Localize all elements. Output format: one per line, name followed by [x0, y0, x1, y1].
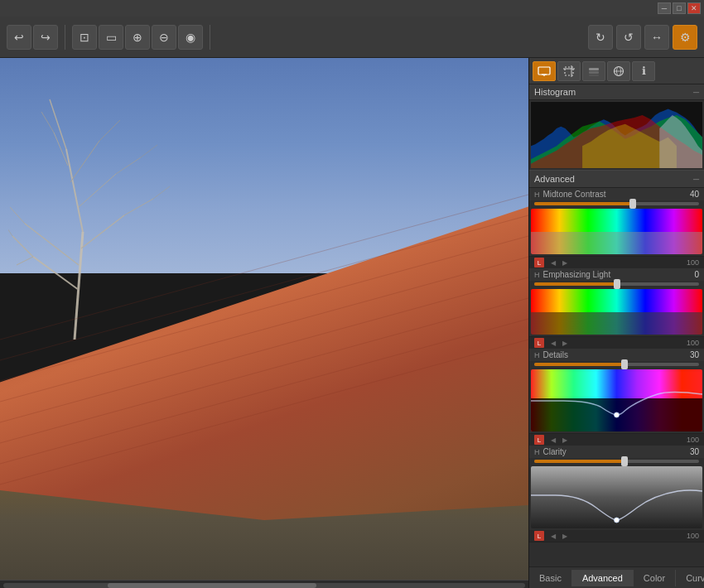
monitor-panel-button[interactable]: [533, 61, 556, 81]
roof-lines: [0, 58, 528, 580]
undo-button[interactable]: ↩: [7, 25, 31, 50]
clarity-section: L ◀ ▶ 100 H Clarity 30: [529, 434, 704, 542]
midtone-contrast-track[interactable]: [534, 202, 699, 205]
emphasizing-arrow-right[interactable]: ▶: [562, 259, 567, 267]
svg-line-22: [0, 257, 528, 402]
crop-tool-button[interactable]: ⊡: [72, 25, 97, 50]
midtone-contrast-fill: [534, 202, 633, 205]
advanced-section-header: Advanced ─: [529, 170, 704, 188]
clarity-bottom-arrow-right[interactable]: ▶: [562, 533, 567, 540]
svg-rect-34: [589, 71, 599, 74]
emphasizing-light-section: L ◀ ▶ 100 H Emphasizing Light 0: [529, 257, 704, 337]
details-header: H Details 30: [529, 349, 704, 361]
clarity-value: 30: [690, 447, 699, 456]
details-thumb[interactable]: [621, 359, 628, 369]
tab-color[interactable]: Color: [634, 570, 676, 586]
canvas-area[interactable]: [0, 58, 528, 588]
preview-button[interactable]: ◉: [178, 25, 203, 50]
emphasizing-light-label: Emphasizing Light: [543, 270, 611, 279]
details-fill: [534, 363, 624, 366]
canvas-scrollbar[interactable]: [0, 580, 528, 588]
scroll-thumb[interactable]: [108, 583, 316, 588]
midtone-contrast-label: Midtone Contrast: [543, 190, 606, 199]
clarity-slider-row: [529, 458, 704, 466]
clarity-bottom-arrow-left[interactable]: ◀: [551, 533, 556, 540]
rotate-cw-button[interactable]: ↻: [588, 25, 613, 50]
histogram-section: Histogram ─: [529, 84, 704, 170]
scroll-track[interactable]: [3, 583, 525, 588]
clarity-bottom-row: L ◀ ▶ 100: [529, 530, 704, 542]
frame-tool-button[interactable]: ▭: [99, 25, 123, 50]
right-tools: ↻ ↺ ↔ ⚙: [588, 25, 697, 50]
close-button[interactable]: ✕: [687, 2, 701, 14]
advanced-pin-button[interactable]: ─: [693, 175, 699, 184]
details-color-bar: [531, 369, 702, 431]
emphasizing-l-row: L ◀ ▶ 100: [529, 257, 704, 268]
histogram-title: Histogram: [534, 87, 576, 97]
clarity-range-label: 100: [687, 436, 699, 444]
svg-line-21: [0, 236, 528, 381]
redo-button[interactable]: ↪: [33, 25, 58, 50]
emphasizing-l-badge: L: [534, 258, 544, 267]
midtone-contrast-section: H Midtone Contrast 40: [529, 188, 704, 257]
advanced-title: Advanced: [534, 174, 575, 184]
color-bar-top: [531, 209, 702, 232]
clarity-color-bar: [531, 466, 702, 528]
photo-display: [0, 58, 528, 580]
clarity-bottom-l-badge: L: [534, 531, 544, 541]
toolbar-separator-2: [210, 25, 210, 50]
svg-line-26: [0, 340, 528, 484]
emphasizing-light-track[interactable]: [534, 282, 699, 286]
details-arrow-left[interactable]: ◀: [551, 340, 556, 347]
emphasizing-light-value: 0: [694, 270, 699, 279]
details-value: 30: [690, 350, 699, 359]
clarity-fill: [534, 460, 624, 463]
minimize-button[interactable]: ─: [658, 2, 671, 14]
clarity-arrow-left[interactable]: ◀: [551, 436, 556, 444]
midtone-contrast-header: H Midtone Contrast 40: [529, 188, 704, 200]
svg-point-41: [615, 518, 620, 523]
main-area: ℹ Histogram ─: [0, 58, 704, 588]
zoom-out-button[interactable]: ⊖: [152, 25, 176, 50]
emphasizing-range-label: 100: [687, 258, 699, 267]
histogram-display: [531, 102, 702, 168]
histogram-pin-button[interactable]: ─: [693, 88, 699, 97]
tab-basic[interactable]: Basic: [529, 570, 572, 586]
zoom-in-button[interactable]: ⊕: [125, 25, 150, 50]
histogram-header: Histogram ─: [529, 84, 704, 100]
emphasizing-light-thumb[interactable]: [614, 279, 620, 289]
svg-line-25: [0, 319, 528, 464]
globe-panel-button[interactable]: [607, 61, 630, 81]
clarity-thumb[interactable]: [621, 456, 628, 466]
svg-line-23: [0, 277, 528, 422]
rotate-ccw-button[interactable]: ↺: [616, 25, 641, 50]
flip-button[interactable]: ↔: [644, 25, 669, 50]
clarity-l-badge: L: [534, 435, 544, 445]
layers-panel-button[interactable]: [582, 61, 605, 81]
crop-panel-button[interactable]: [557, 61, 581, 81]
panel-icon-row: ℹ: [529, 58, 704, 84]
emphasizing-arrow-left[interactable]: ◀: [551, 259, 556, 267]
maximize-button[interactable]: □: [673, 2, 686, 14]
emphasizing-light-fill: [534, 282, 617, 286]
color-bar-bottom: [531, 232, 702, 255]
details-label: Details: [543, 350, 569, 359]
details-arrow-right[interactable]: ▶: [562, 340, 567, 347]
clarity-arrow-right[interactable]: ▶: [562, 436, 567, 444]
info-panel-button[interactable]: ℹ: [632, 61, 655, 81]
preset-button[interactable]: ⚙: [673, 25, 697, 50]
midtone-contrast-thumb[interactable]: [629, 199, 636, 209]
bottom-tabs: Basic Advanced Color Curves: [529, 566, 704, 588]
emphasizing-light-slider-row: [529, 281, 704, 289]
details-track[interactable]: [534, 363, 699, 366]
details-section: L ◀ ▶ 100 H Details 30: [529, 337, 704, 434]
clarity-track[interactable]: [534, 460, 699, 463]
titlebar: ─ □ ✕: [0, 0, 704, 17]
clarity-l-row: L ◀ ▶ 100: [529, 434, 704, 446]
toolbar: ↩ ↪ ⊡ ▭ ⊕ ⊖ ◉ ↻ ↺ ↔ ⚙: [0, 17, 704, 58]
emphasizing-h-label: H: [534, 271, 540, 279]
tab-advanced[interactable]: Advanced: [572, 570, 634, 586]
tab-curves[interactable]: Curves: [676, 570, 704, 586]
details-curve-svg: [531, 369, 702, 431]
midtone-contrast-slider-row: [529, 200, 704, 209]
